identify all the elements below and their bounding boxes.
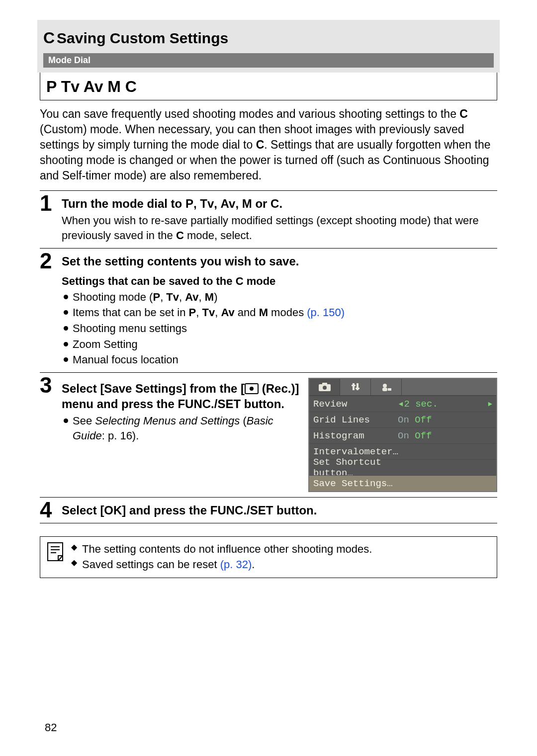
svg-rect-5 [353,383,355,390]
page-ref-link[interactable]: (p. 32) [220,558,252,571]
step-number: 3 [40,373,52,398]
step-body: When you wish to re-save partially modif… [62,213,497,243]
bullet-list: Shooting mode (P, Tv, Av, M) Items that … [62,290,497,367]
svg-point-9 [383,384,387,388]
mode-list: P Tv Av M C [46,78,491,96]
menu-row: Histogram On Off [309,427,496,443]
mode-dial-label: Mode Dial [43,53,494,68]
intro-paragraph: You can save frequently used shooting mo… [40,106,497,183]
bullet-list: See Selecting Menus and Settings (Basic … [62,414,300,443]
camera-icon [245,383,259,394]
step-heading: Set the setting contents you wish to sav… [62,253,497,269]
divider [40,248,497,249]
section-title: CSaving Custom Settings [43,29,494,47]
svg-point-4 [323,386,327,390]
divider [40,523,497,523]
menu-row: Set Shortcut button… [309,459,496,475]
note-icon [46,542,64,562]
step-number: 2 [40,249,52,273]
step-heading: Select [Save Settings] from the [ (Rec.)… [62,381,300,412]
menu-row-selected: Save Settings… [309,475,496,491]
svg-rect-8 [356,388,359,389]
section-header: CSaving Custom Settings Mode Dial [37,20,500,73]
step-heading: Select [OK] and press the FUNC./SET butt… [62,503,497,518]
svg-rect-11 [388,388,391,391]
list-item: Zoom Setting [62,337,497,352]
page-number: 82 [45,721,57,734]
step-1: 1 Turn the mode dial to P, Tv, Av, M or … [40,196,497,243]
svg-rect-10 [382,388,387,391]
list-item: Items that can be set in P, Tv, Av and M… [62,305,497,320]
svg-point-1 [250,387,254,391]
step-number: 4 [40,498,52,522]
menu-row: Grid Lines On Off [309,412,496,427]
list-item: Shooting menu settings [62,321,497,336]
step-3: 3 Select [Save Settings] from the [ (Rec… [40,378,497,492]
note-item: Saved settings can be reset (p. 32). [71,557,372,573]
step-2: 2 Set the setting contents you wish to s… [40,253,497,367]
menu-row: Review ◄ 2 sec. ► [309,396,496,412]
svg-rect-7 [352,385,356,386]
divider [40,190,497,191]
menu-tabs [309,379,496,396]
svg-rect-3 [322,383,327,385]
subheading: Settings that can be saved to the C mode [62,274,497,289]
tab-rec [309,379,340,395]
divider [40,372,497,373]
note-list: The setting contents do not influence ot… [71,542,372,573]
page-ref-link[interactable]: (p. 150) [307,306,345,319]
step-4: 4 Select [OK] and press the FUNC./SET bu… [40,503,497,518]
title-prefix: C [43,29,55,47]
step-number: 1 [40,191,52,216]
mode-dial-box: P Tv Av M C [40,73,497,100]
tab-mycamera [371,379,402,395]
note-box: The setting contents do not influence ot… [40,536,497,578]
tab-setup [340,379,371,395]
note-item: The setting contents do not influence ot… [71,542,372,557]
list-item: See Selecting Menus and Settings (Basic … [62,414,300,443]
list-item: Shooting mode (P, Tv, Av, M) [62,290,497,305]
title-text: Saving Custom Settings [57,30,228,46]
list-item: Manual focus location [62,352,497,367]
step-body: Settings that can be saved to the C mode… [62,274,497,367]
camera-menu-screenshot: Review ◄ 2 sec. ► Grid Lines On Off Hist… [308,378,497,492]
divider [40,497,497,498]
step-heading: Turn the mode dial to P, Tv, Av, M or C. [62,196,497,211]
